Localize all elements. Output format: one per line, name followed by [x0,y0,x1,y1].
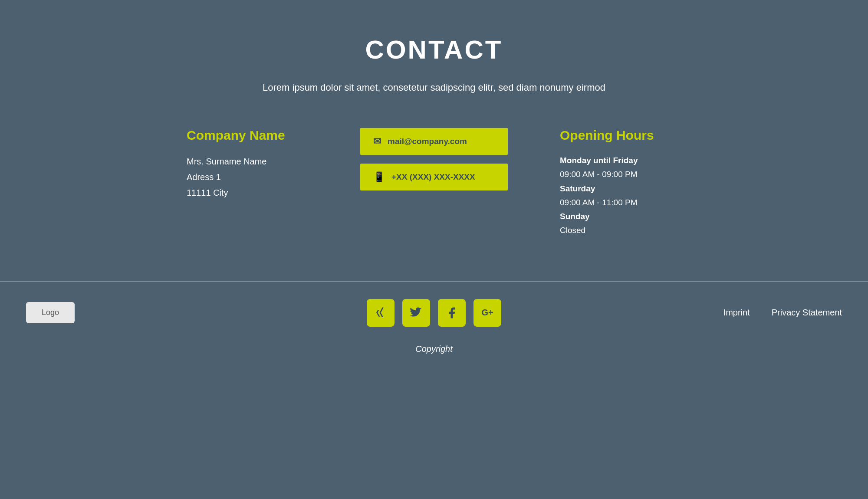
page-subtitle: Lorem ipsum dolor sit amet, consetetur s… [0,82,868,93]
contact-buttons: ✉ mail@company.com 📱 +XX (XXX) XXX-XXXX [360,128,508,190]
phone-label: +XX (XXX) XXX-XXXX [391,172,475,182]
phone-icon: 📱 [373,171,385,183]
footer-top: Logo G+ [26,299,842,327]
contact-grid: Company Name Mrs. Surname Name Adress 1 … [0,128,868,238]
footer: Logo G+ [0,281,868,363]
email-label: mail@company.com [388,137,467,146]
contact-section: CONTACT Lorem ipsum dolor sit amet, cons… [0,0,868,281]
day-monday-friday: Monday until Friday [560,154,681,167]
hours-monday-friday: Monday until Friday 09:00 AM - 09:00 PM … [560,154,681,238]
xing-icon[interactable] [367,299,395,327]
privacy-link[interactable]: Privacy Statement [772,308,842,318]
company-info: Company Name Mrs. Surname Name Adress 1 … [187,128,308,200]
address-line1: Adress 1 [187,169,308,185]
page-title: CONTACT [0,35,868,65]
copyright-text: Copyright [415,344,453,354]
company-name: Company Name [187,128,308,143]
imprint-link[interactable]: Imprint [723,308,750,318]
day-saturday: Saturday [560,182,681,196]
phone-button[interactable]: 📱 +XX (XXX) XXX-XXXX [360,164,508,190]
opening-hours-title: Opening Hours [560,128,681,143]
opening-hours: Opening Hours Monday until Friday 09:00 … [560,128,681,238]
email-button[interactable]: ✉ mail@company.com [360,128,508,155]
footer-inner: Logo G+ [26,299,842,354]
time-saturday: 09:00 AM - 11:00 PM [560,196,681,210]
address-city: 11111 City [187,185,308,200]
facebook-icon[interactable] [438,299,466,327]
email-icon: ✉ [373,136,381,147]
footer-links: Imprint Privacy Statement [723,308,842,318]
google-plus-icon[interactable]: G+ [473,299,501,327]
time-sunday: Closed [560,223,681,237]
contact-person: Mrs. Surname Name [187,154,308,169]
social-icons: G+ [367,299,501,327]
company-address: Mrs. Surname Name Adress 1 11111 City [187,154,308,200]
time-monday-friday: 09:00 AM - 09:00 PM [560,167,681,181]
day-sunday: Sunday [560,210,681,223]
logo: Logo [26,302,75,323]
twitter-icon[interactable] [402,299,430,327]
